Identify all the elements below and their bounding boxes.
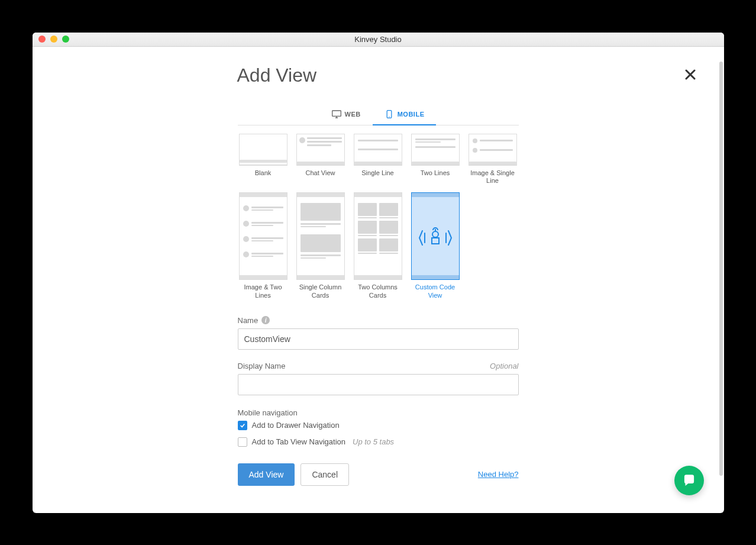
template-thumb <box>354 192 402 280</box>
drawer-label: Add to Drawer Navigation <box>252 421 340 430</box>
template-two-lines[interactable]: Two Lines <box>410 134 461 186</box>
tab-label: Add to Tab View Navigation <box>252 437 346 446</box>
drawer-nav-row[interactable]: Add to Drawer Navigation <box>238 421 519 430</box>
template-gallery: Blank <box>238 125 519 303</box>
template-label: Single Column Cards <box>295 283 346 300</box>
code-icon <box>418 226 453 250</box>
window-controls <box>38 36 69 43</box>
template-thumb <box>239 134 287 166</box>
template-label: Image & Single Line <box>467 169 518 186</box>
template-label: Custom Code View <box>410 283 461 300</box>
mobile-icon <box>385 110 394 118</box>
template-blank[interactable]: Blank <box>238 134 289 186</box>
footer-row: Add View Cancel Need Help? <box>238 463 519 486</box>
nav-heading: Mobile navigation <box>238 408 519 417</box>
content-scrollbar[interactable] <box>719 62 723 513</box>
page-header: Add View <box>33 65 724 86</box>
template-thumb <box>296 192 345 280</box>
template-thumb <box>469 134 517 166</box>
chat-icon <box>681 473 697 488</box>
titlebar: Kinvey Studio <box>33 33 724 47</box>
template-thumb <box>411 192 460 280</box>
template-two-columns-cards[interactable]: Two Columns Cards <box>353 192 403 300</box>
form-section: Name i Display Name Optional Mobile navi… <box>238 316 519 486</box>
close-button[interactable] <box>680 65 700 86</box>
check-icon <box>240 423 245 428</box>
chat-fab[interactable] <box>674 466 704 495</box>
template-thumb <box>411 134 460 166</box>
tab-web[interactable]: WEB <box>320 104 373 125</box>
template-single-column-cards[interactable]: Single Column Cards <box>295 192 346 300</box>
template-label: Blank <box>255 169 272 178</box>
app-window: Kinvey Studio Add View WEB MOBILE <box>33 33 724 513</box>
info-icon[interactable]: i <box>261 316 270 324</box>
template-label: Chat View <box>306 169 335 178</box>
help-link[interactable]: Need Help? <box>478 470 519 479</box>
svg-rect-4 <box>432 238 439 244</box>
name-input[interactable] <box>238 328 519 350</box>
tab-mobile[interactable]: MOBILE <box>373 104 437 125</box>
template-label: Single Line <box>361 169 393 178</box>
template-thumb <box>239 192 287 280</box>
cancel-button[interactable]: Cancel <box>301 463 349 486</box>
template-image-single-line[interactable]: Image & Single Line <box>467 134 518 186</box>
drawer-checkbox[interactable] <box>238 421 247 430</box>
svg-rect-0 <box>332 111 341 116</box>
window-close-icon[interactable] <box>38 36 46 43</box>
page-title: Add View <box>237 65 317 86</box>
svg-point-3 <box>432 231 438 237</box>
template-single-line[interactable]: Single Line <box>353 134 403 186</box>
template-label: Two Columns Cards <box>353 283 403 300</box>
window-title: Kinvey Studio <box>354 35 402 44</box>
display-name-label: Display Name <box>238 362 286 370</box>
display-name-label-row: Display Name Optional <box>238 362 519 370</box>
template-image-two-lines[interactable]: Image & Two Lines <box>238 192 289 300</box>
close-icon <box>685 69 696 80</box>
optional-hint: Optional <box>490 362 518 370</box>
tab-mobile-label: MOBILE <box>398 111 425 118</box>
template-label: Two Lines <box>421 169 450 178</box>
tab-hint: Up to 5 tabs <box>353 437 394 446</box>
svg-point-2 <box>389 116 389 117</box>
template-thumb <box>354 134 402 166</box>
tab-nav-row[interactable]: Add to Tab View Navigation Up to 5 tabs <box>238 437 519 447</box>
form-column: WEB MOBILE Blank <box>238 104 519 486</box>
name-label-row: Name i <box>238 316 519 325</box>
add-view-button[interactable]: Add View <box>238 463 295 486</box>
window-maximize-icon[interactable] <box>62 36 69 43</box>
template-label: Image & Two Lines <box>238 283 289 300</box>
display-name-input[interactable] <box>238 374 519 395</box>
template-thumb <box>296 134 345 166</box>
platform-tabs: WEB MOBILE <box>238 104 519 125</box>
content-area: Add View WEB MOBILE <box>33 47 724 513</box>
template-chat-view[interactable]: Chat View <box>295 134 346 186</box>
monitor-icon <box>332 110 341 118</box>
tab-web-label: WEB <box>345 111 361 118</box>
window-minimize-icon[interactable] <box>50 36 57 43</box>
name-label: Name <box>238 316 259 325</box>
template-custom-code-view[interactable]: Custom Code View <box>410 192 461 300</box>
tab-checkbox[interactable] <box>238 437 247 447</box>
